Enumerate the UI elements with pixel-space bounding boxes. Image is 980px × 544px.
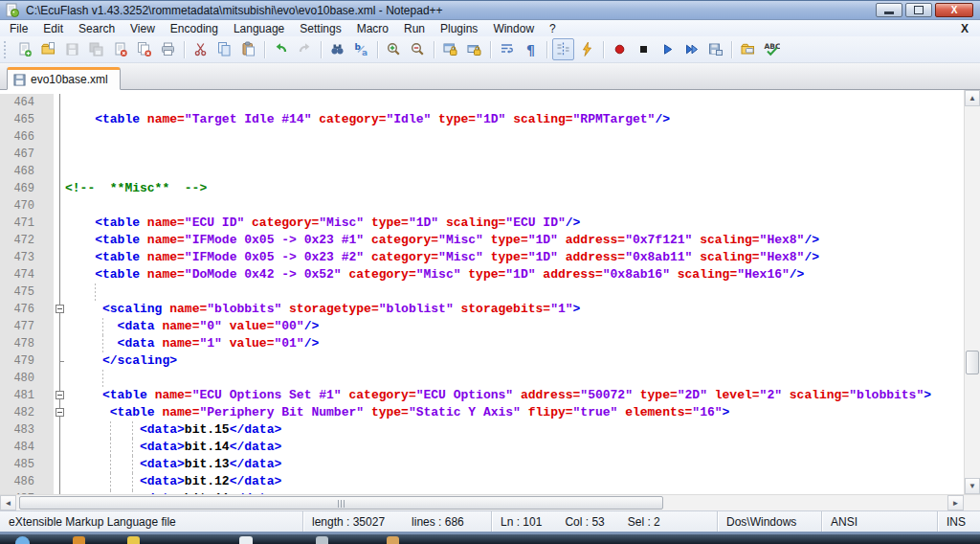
replace-icon[interactable]: ba xyxy=(350,38,372,60)
bookmark-margin[interactable] xyxy=(40,387,54,404)
find-icon[interactable] xyxy=(326,38,348,60)
code-line[interactable]: 483 <data>bit.15</data> xyxy=(0,421,964,439)
horizontal-scrollbar[interactable]: ◄ ► xyxy=(0,494,980,510)
code-line[interactable]: 468 xyxy=(0,163,964,180)
vertical-scrollbar[interactable]: ▲ ▼ xyxy=(964,90,980,494)
menu-item-file[interactable]: File xyxy=(2,21,35,36)
bookmark-margin[interactable] xyxy=(40,197,54,215)
scroll-right-arrow-icon[interactable]: ► xyxy=(947,495,964,510)
paste-icon[interactable] xyxy=(237,38,259,60)
windows-taskbar[interactable] xyxy=(0,534,980,544)
menu-item-encoding[interactable]: Encoding xyxy=(163,21,226,36)
start-orb[interactable] xyxy=(15,536,30,544)
menu-item-run[interactable]: Run xyxy=(396,21,433,36)
word-wrap-icon[interactable] xyxy=(496,38,518,60)
print-icon[interactable] xyxy=(157,38,179,60)
bookmark-margin[interactable] xyxy=(40,335,54,352)
sync-vertical-icon[interactable] xyxy=(439,38,461,60)
function-completion-icon[interactable] xyxy=(576,38,598,60)
fold-collapse-icon[interactable] xyxy=(54,387,65,404)
status-cursor-position[interactable]: Ln : 101Col : 53Sel : 2 xyxy=(492,511,717,532)
zoom-in-icon[interactable] xyxy=(383,38,405,60)
code-line[interactable]: 479 </scaling> xyxy=(0,352,964,370)
menu-item-language[interactable]: Language xyxy=(226,21,292,36)
vertical-scroll-thumb[interactable] xyxy=(966,351,979,374)
scroll-up-arrow-icon[interactable]: ▲ xyxy=(965,90,980,106)
bookmark-margin[interactable] xyxy=(40,421,54,439)
bookmark-margin[interactable] xyxy=(40,180,54,197)
indent-guide-icon[interactable] xyxy=(552,38,574,60)
bookmark-margin[interactable] xyxy=(40,439,54,456)
redo-icon[interactable] xyxy=(294,38,316,60)
bookmark-margin[interactable] xyxy=(40,266,54,283)
code-line[interactable]: 484 <data>bit.14</data> xyxy=(0,439,964,456)
menu-item-settings[interactable]: Settings xyxy=(292,21,348,36)
macro-play-icon[interactable] xyxy=(657,38,679,60)
bookmark-margin[interactable] xyxy=(40,352,54,370)
macro-save-icon[interactable] xyxy=(704,38,726,60)
code-line[interactable]: 469<!-- **Misc** --> xyxy=(0,180,964,197)
close-button[interactable]: X xyxy=(935,3,973,17)
bookmark-margin[interactable] xyxy=(40,404,54,421)
menu-item-macro[interactable]: Macro xyxy=(349,21,396,36)
close-file-icon[interactable] xyxy=(109,38,131,60)
code-line[interactable]: 473 <table name="IFMode 0x05 -> 0x23 #2"… xyxy=(0,249,964,266)
macro-stop-icon[interactable] xyxy=(633,38,655,60)
tab-evo10base[interactable]: evo10base.xml xyxy=(7,67,121,90)
menu-item-window[interactable]: Window xyxy=(485,21,542,36)
code-line[interactable]: 481 <table name="ECU Options Set #1" cat… xyxy=(0,387,964,404)
status-insert-mode[interactable]: INS xyxy=(938,511,980,532)
code-line[interactable]: 466 xyxy=(0,128,964,146)
close-all-icon[interactable] xyxy=(133,38,155,60)
new-file-icon[interactable] xyxy=(13,38,35,60)
open-file-icon[interactable] xyxy=(37,38,59,60)
bookmark-margin[interactable] xyxy=(40,318,54,335)
save-file-icon[interactable] xyxy=(61,38,83,60)
document-close-x[interactable]: X xyxy=(961,22,969,35)
horizontal-scroll-thumb[interactable] xyxy=(19,496,663,510)
titlebar[interactable]: C:\EcuFlash v1.43.3252\rommetadata\mitsu… xyxy=(0,0,980,20)
code-pane[interactable]: 464465 <table name="Target Idle #14" cat… xyxy=(0,90,964,494)
fold-collapse-icon[interactable] xyxy=(54,301,65,318)
bookmark-margin[interactable] xyxy=(40,249,54,266)
taskbar-app-icon-4[interactable] xyxy=(316,536,328,544)
code-line[interactable]: 475 xyxy=(0,283,964,301)
sync-horizontal-icon[interactable] xyxy=(463,38,485,60)
show-all-characters-icon[interactable]: ¶ xyxy=(520,38,542,60)
code-line[interactable]: 480 xyxy=(0,370,964,387)
bookmark-margin[interactable] xyxy=(40,370,54,387)
taskbar-app-icon-1[interactable] xyxy=(73,536,85,544)
cut-icon[interactable] xyxy=(189,38,212,60)
bookmark-margin[interactable] xyxy=(40,128,54,146)
code-line[interactable]: 477 <data name="0" value="00"/> xyxy=(0,318,964,335)
taskbar-app-icon-2[interactable] xyxy=(127,536,140,544)
scroll-down-arrow-icon[interactable]: ▼ xyxy=(965,478,980,494)
code-line[interactable]: 486 <data>bit.12</data> xyxy=(0,473,964,490)
code-line[interactable]: 482 <table name="Periphery Bit Number" t… xyxy=(0,404,964,421)
bookmark-margin[interactable] xyxy=(40,146,54,163)
bookmark-margin[interactable] xyxy=(40,215,54,232)
bookmark-margin[interactable] xyxy=(40,301,54,318)
minimize-button[interactable] xyxy=(876,3,902,17)
taskbar-app-icon-5[interactable] xyxy=(387,536,399,544)
menu-item-help[interactable]: ? xyxy=(542,21,564,36)
code-line[interactable]: 485 <data>bit.13</data> xyxy=(0,456,964,473)
zoom-out-icon[interactable] xyxy=(407,38,429,60)
code-line[interactable]: 471 <table name="ECU ID" category="Misc"… xyxy=(0,215,964,232)
code-line[interactable]: 474 <table name="DoMode 0x42 -> 0x52" ca… xyxy=(0,266,964,283)
folder-as-workspace-icon[interactable] xyxy=(737,38,759,60)
bookmark-margin[interactable] xyxy=(40,232,54,249)
bookmark-margin[interactable] xyxy=(40,111,54,128)
toolbar-grip[interactable] xyxy=(4,41,9,58)
status-eol-format[interactable]: Dos\Windows xyxy=(718,511,821,532)
code-line[interactable]: 476 <scaling name="blobbits" storagetype… xyxy=(0,301,964,318)
scroll-left-arrow-icon[interactable]: ◄ xyxy=(0,495,16,510)
code-line[interactable]: 467 xyxy=(0,146,964,163)
taskbar-app-icon-3[interactable] xyxy=(239,536,253,544)
undo-icon[interactable] xyxy=(270,38,292,60)
status-encoding[interactable]: ANSI xyxy=(822,511,937,532)
fold-collapse-icon[interactable] xyxy=(54,404,65,421)
code-line[interactable]: 465 <table name="Target Idle #14" catego… xyxy=(0,111,964,128)
macro-run-multiple-icon[interactable] xyxy=(680,38,702,60)
menu-item-search[interactable]: Search xyxy=(71,21,122,36)
